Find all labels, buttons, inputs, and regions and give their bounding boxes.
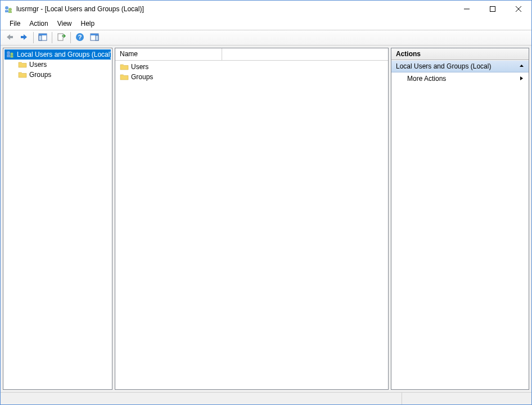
svg-point-19	[7, 51, 10, 54]
list-item-label: Groups	[131, 73, 153, 81]
list-item-label: Users	[131, 63, 148, 71]
folder-icon	[120, 72, 129, 81]
minimize-button[interactable]	[454, 1, 480, 17]
list-item-groups[interactable]: Groups	[116, 72, 387, 82]
svg-point-1	[8, 8, 12, 11]
status-bar	[1, 392, 531, 404]
svg-rect-3	[8, 11, 12, 13]
arrow-right-icon	[20, 33, 29, 43]
folder-icon	[18, 70, 27, 79]
title-bar: lusrmgr - [Local Users and Groups (Local…	[1, 1, 531, 17]
svg-rect-8	[10, 36, 13, 38]
actions-header: Actions	[391, 48, 529, 60]
panel-right-icon	[90, 33, 99, 43]
close-button[interactable]	[506, 1, 531, 17]
column-blank[interactable]	[222, 48, 388, 60]
svg-point-21	[11, 53, 13, 56]
svg-text:?: ?	[78, 34, 82, 40]
app-icon	[4, 4, 13, 13]
window-title: lusrmgr - [Local Users and Groups (Local…	[16, 5, 144, 13]
svg-rect-12	[39, 35, 42, 40]
help-icon: ?	[75, 33, 84, 43]
list-panel: Name Users Groups	[115, 48, 389, 390]
svg-rect-22	[11, 56, 13, 58]
column-name[interactable]: Name	[115, 48, 222, 60]
status-cell	[1, 393, 402, 404]
tree-children: Users Groups	[4, 60, 111, 80]
arrow-left-icon	[5, 33, 14, 43]
menu-action[interactable]: Action	[25, 19, 52, 29]
chevron-right-icon	[519, 75, 524, 83]
folder-icon	[120, 62, 129, 71]
svg-rect-5	[490, 7, 495, 12]
maximize-button[interactable]	[480, 1, 506, 17]
folder-icon	[18, 60, 27, 69]
svg-rect-13	[58, 34, 63, 40]
tree-root-label: Local Users and Groups (Local)	[17, 51, 112, 58]
list-body[interactable]: Users Groups	[115, 61, 388, 389]
export-list-button[interactable]	[55, 31, 68, 44]
toolbar-separator	[70, 32, 71, 43]
tree-item-label: Users	[29, 61, 47, 69]
show-hide-action-pane-button[interactable]	[88, 31, 101, 44]
tree-item-users[interactable]: Users	[17, 60, 111, 70]
forward-button[interactable]	[17, 31, 31, 44]
actions-more[interactable]: More Actions	[391, 72, 529, 85]
help-button[interactable]: ?	[73, 31, 87, 44]
list-item-users[interactable]: Users	[116, 62, 387, 72]
actions-section-label: Local Users and Groups (Local)	[396, 62, 491, 70]
toolbar-separator	[52, 32, 52, 43]
list-header: Name	[115, 48, 388, 61]
export-icon	[57, 33, 66, 43]
workspace: Local Users and Groups (Local) Users Gro…	[1, 45, 531, 392]
actions-section[interactable]: Local Users and Groups (Local)	[391, 60, 529, 72]
menu-bar: File Action View Help	[1, 17, 531, 30]
svg-rect-20	[7, 54, 10, 57]
status-cell	[402, 393, 531, 404]
menu-file[interactable]: File	[5, 19, 25, 29]
actions-more-label: More Actions	[407, 75, 446, 83]
menu-help[interactable]: Help	[76, 19, 100, 29]
menu-view[interactable]: View	[53, 19, 76, 29]
chevron-up-icon	[519, 62, 524, 70]
back-button[interactable]	[3, 31, 16, 44]
tree-item-groups[interactable]: Groups	[17, 70, 111, 80]
svg-point-0	[5, 6, 8, 10]
toolbar: ?	[1, 30, 531, 45]
tree-panel: Local Users and Groups (Local) Users Gro…	[3, 48, 112, 390]
toolbar-separator	[33, 32, 34, 43]
users-groups-icon	[6, 50, 15, 59]
tree-item-label: Groups	[29, 71, 51, 79]
window-controls	[454, 1, 531, 17]
svg-rect-18	[96, 35, 98, 40]
actions-panel: Actions Local Users and Groups (Local) M…	[391, 48, 529, 390]
show-hide-tree-button[interactable]	[36, 31, 49, 44]
svg-rect-2	[5, 10, 8, 12]
panel-icon	[38, 33, 47, 43]
svg-rect-9	[21, 36, 24, 38]
tree: Local Users and Groups (Local) Users Gro…	[3, 48, 112, 81]
tree-root[interactable]: Local Users and Groups (Local)	[4, 49, 111, 60]
